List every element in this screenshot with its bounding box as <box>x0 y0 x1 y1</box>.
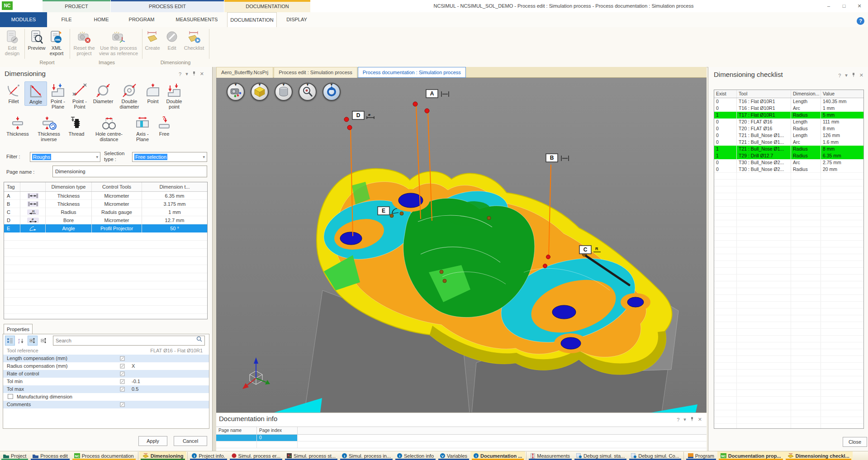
panel-close-icon[interactable]: ✕ <box>859 72 863 78</box>
workspace-tab-documentation[interactable]: DOCUMENTATION <box>224 0 310 12</box>
taskbar-debug-simul-config[interactable]: Debug simul. Co... <box>628 451 682 460</box>
workspace-tab-process-edit[interactable]: PROCESS EDIT <box>111 0 224 12</box>
tab-program[interactable]: PROGRAM <box>117 12 166 27</box>
collapse-all-icon[interactable] <box>39 336 49 346</box>
edit-dimension-button[interactable]: Edit <box>163 29 181 51</box>
checklist-button[interactable]: Checklist <box>182 29 206 51</box>
tool-double-diameter[interactable]: Double diameter <box>116 81 143 110</box>
taskbar-measurements[interactable]: Measurements <box>527 451 573 460</box>
tool-point-point[interactable]: Point - Point <box>69 81 90 110</box>
tab-home[interactable]: HOME <box>86 12 117 27</box>
view-capture-dropdown[interactable]: ▼ <box>227 83 245 87</box>
workspace-tab-project[interactable]: PROJECT <box>43 0 110 12</box>
tool-angle[interactable]: Angle <box>24 81 47 106</box>
minimize-button[interactable]: – <box>822 2 835 10</box>
checklist-row[interactable]: 0T21 : Bull_Nose Ø1...Arc1.6 mm <box>714 139 863 146</box>
checklist-row[interactable]: 0T30 : Bull_Nose Ø2...Arc2.75 mm <box>714 159 863 166</box>
prop-rate-of-control[interactable]: Rate of control <box>3 370 209 378</box>
edit-cell-icon[interactable] <box>120 385 132 393</box>
tool-thread[interactable]: Thread <box>65 114 88 138</box>
prop-radius-compensation[interactable]: Radius compensation (mm) X <box>3 362 209 370</box>
tool-axis-plane[interactable]: Axis - Plane <box>130 114 155 143</box>
checklist-row[interactable]: 0T21 : Bull_Nose Ø1...Length126 mm <box>714 132 863 139</box>
prop-tool-reference[interactable]: Tool reference FLAT Ø16 - Flat Ø10R1 <box>3 347 209 355</box>
checklist-row-exists[interactable]: 1T29 : Drill Ø12.7Radius6.35 mm <box>714 152 863 159</box>
panel-help-icon[interactable]: ? <box>677 417 679 422</box>
edit-cell-icon[interactable] <box>120 362 132 370</box>
create-dimension-button[interactable]: Create <box>143 29 162 51</box>
tab-modules[interactable]: MODULES <box>0 12 47 27</box>
taskbar-project-info[interactable]: i Project info. <box>189 451 228 460</box>
expand-all-icon[interactable] <box>28 336 38 346</box>
taskbar-variables[interactable]: V Variables <box>437 451 470 460</box>
filter-combo[interactable]: Roughs ▾ <box>30 152 100 162</box>
tool-free[interactable]: ? Free <box>155 114 174 138</box>
tab-file[interactable]: FILE <box>47 12 86 27</box>
checklist-row[interactable]: 0T16 : Flat Ø10R1Length140.35 mm <box>714 98 863 105</box>
doc-tab-process-edit[interactable]: Process edit : Simulation process <box>274 67 357 78</box>
prop-tol-max[interactable]: Tol max 0.5 <box>3 385 209 393</box>
edit-cell-icon[interactable] <box>120 370 132 378</box>
doc-tab-project-file[interactable]: Aero_Buterffly.NcsPrj <box>216 67 273 78</box>
doc-info-row-selected[interactable]: 0 <box>216 435 707 441</box>
checklist-row[interactable]: 0T20 : FLAT Ø16Radius8 mm <box>714 125 863 132</box>
tool-point-plane[interactable]: Point - Plane <box>47 81 69 110</box>
xml-export-button[interactable]: XML XML export <box>46 29 67 56</box>
edit-cell-icon[interactable] <box>120 355 132 362</box>
use-view-reference-button[interactable]: Use this process view as reference <box>98 29 139 56</box>
stock-view-dropdown[interactable]: ▼ <box>275 83 293 87</box>
taskbar-documentation-properties[interactable]: NC Documentation prop... <box>717 451 784 460</box>
col-page-name[interactable]: Page name <box>216 427 257 434</box>
table-row-d[interactable]: D ø Bore Micrometer 12.7 mm <box>4 216 207 224</box>
panel-pin-icon[interactable] <box>690 417 694 422</box>
manufacturing-dimension-checkbox[interactable] <box>8 394 13 399</box>
checklist-row-exists[interactable]: 1T21 : Bull_Nose Ø1...Radius8 mm <box>714 146 863 152</box>
solid-view-dropdown[interactable]: ▼ <box>251 83 269 87</box>
tool-thickness-inverse[interactable]: Thickness inverse <box>33 114 65 143</box>
prop-length-compensation[interactable]: Length compensation (mm) <box>3 355 209 362</box>
panel-help-icon[interactable]: ? <box>179 71 181 77</box>
tab-measurements[interactable]: MEASUREMENTS <box>166 12 227 27</box>
reset-project-button[interactable]: Reset the project <box>71 29 97 56</box>
dimension-table-header[interactable]: Tag Dimension type Control Tools Dimensi… <box>4 182 207 192</box>
taskbar-process-edit[interactable]: Process edit <box>29 451 71 460</box>
panel-splitter[interactable] <box>213 67 216 451</box>
tab-documentation[interactable]: DOCUMENTATION <box>227 12 277 27</box>
panel-menu-icon[interactable]: ▾ <box>845 72 848 78</box>
taskbar-simul-process-errors[interactable]: Simul. process er... <box>228 451 284 460</box>
tool-diameter[interactable]: Diameter <box>90 81 116 105</box>
checklist-row[interactable]: 0T30 : Bull_Nose Ø2...Radius20 mm <box>714 166 863 173</box>
panel-close-icon[interactable]: ✕ <box>698 417 702 422</box>
taskbar-program[interactable]: Program <box>685 451 717 460</box>
checklist-row[interactable]: 0T20 : FLAT Ø16Length111 mm <box>714 119 863 125</box>
checklist-row-exists[interactable]: 1T17 : Flat Ø10R1Radius5 mm <box>714 112 863 119</box>
edit-design-button[interactable]: Edit design <box>1 29 24 56</box>
edit-cell-icon[interactable] <box>120 378 132 385</box>
tool-thickness[interactable]: Thickness <box>3 114 33 138</box>
doc-tab-process-documentation[interactable]: Process documentation : Simulation proce… <box>358 67 466 78</box>
3d-viewport[interactable]: D ø A B E <box>216 78 707 413</box>
page-name-cell[interactable] <box>216 435 257 441</box>
taskbar-debug-simul-status[interactable]: Debug simul. sta... <box>573 451 628 460</box>
panel-close-icon[interactable]: ✕ <box>200 71 204 77</box>
edit-cell-icon[interactable] <box>120 401 132 408</box>
table-row-e-selected[interactable]: E Angle Profil Projector 50 ° <box>4 224 207 232</box>
taskbar-dimensioning-checklist[interactable]: Dimensioning checkl... <box>784 451 853 460</box>
taskbar-dimensioning[interactable]: Dimensioning <box>139 451 187 460</box>
tab-display[interactable]: DISPLAY <box>277 12 317 27</box>
tool-hole-centre-distance[interactable]: Hole centre-distance <box>88 114 130 143</box>
panel-pin-icon[interactable] <box>192 71 196 77</box>
tool-fillet[interactable]: Fillet <box>3 81 24 105</box>
page-index-cell[interactable]: 0 <box>257 435 298 441</box>
panel-menu-icon[interactable]: ▾ <box>185 71 188 77</box>
close-panel-button[interactable]: Close <box>843 437 867 447</box>
table-row-a[interactable]: A Thickness Micrometer 6.35 mm <box>4 192 207 200</box>
panel-pin-icon[interactable] <box>852 72 855 78</box>
taskbar-selection-info[interactable]: i Selection info <box>394 451 437 460</box>
tool-point[interactable]: Point <box>143 81 163 105</box>
taskbar-process-documentation[interactable]: NC Process documentation <box>71 451 137 460</box>
page-name-input[interactable] <box>52 166 207 177</box>
table-row-c[interactable]: C R Radius Raduis gauge 1 mm <box>4 208 207 216</box>
taskbar-project[interactable]: Project <box>0 451 29 460</box>
prop-manufacturing-dimension[interactable]: Manufacturing dimension <box>3 393 209 401</box>
